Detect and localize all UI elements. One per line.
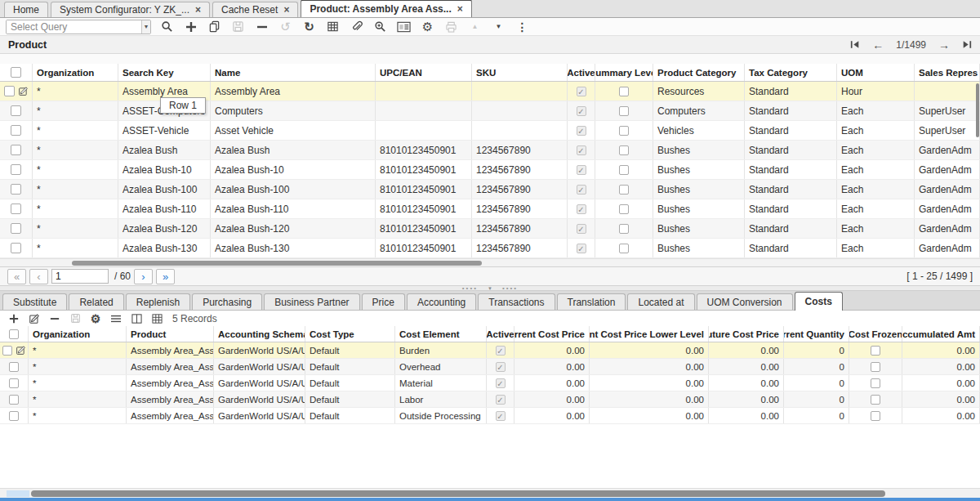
select-all-checkbox[interactable] [9,329,19,339]
row-checkbox[interactable] [4,86,15,96]
product-grid-hscrollbar[interactable] [0,258,980,266]
flag-checkbox[interactable] [871,378,880,388]
active-checkbox[interactable]: ✓ [577,126,586,136]
active-checkbox[interactable]: ✓ [577,185,586,195]
table-row[interactable]: *Azalea Bush-100Azalea Bush-100810101234… [0,180,980,199]
flag-checkbox[interactable] [619,185,629,195]
table-row[interactable]: *Azalea Bush-120Azalea Bush-120810101234… [0,219,980,239]
active-checkbox[interactable]: ✓ [496,395,506,405]
print-icon[interactable] [443,19,459,34]
window-tab[interactable]: Home [4,2,48,17]
flag-checkbox[interactable] [619,244,629,253]
active-checkbox[interactable]: ✓ [577,145,586,155]
flag-checkbox[interactable] [619,204,629,214]
column-header[interactable]: Sales Repres [915,64,980,81]
next-page-button[interactable]: › [134,269,153,284]
window-tab[interactable]: Cache Reset× [212,2,298,17]
table-row[interactable]: *Azalea Bush-130Azalea Bush-130810101234… [0,239,980,258]
column-header[interactable]: Search Key [118,64,211,81]
edit-row-icon[interactable] [18,86,29,96]
previous-page-button[interactable]: ‹ [29,269,48,284]
detail-tab[interactable]: Purchasing [192,293,262,310]
active-checkbox[interactable]: ✓ [577,106,586,116]
table-row[interactable]: *ASSET-VehicleAsset Vehicle✓VehiclesStan… [0,121,980,141]
detail-tab[interactable]: UOM Conversion [697,293,793,310]
row-checkbox[interactable] [11,125,21,136]
table-row[interactable]: *Azalea Bush-110Azalea Bush-110810101234… [0,199,980,219]
page-input[interactable] [51,269,109,284]
collapse-icon[interactable]: ▲ [467,19,483,34]
detail-tab[interactable]: Replenish [126,293,190,310]
table-row[interactable]: *Assembly Area_Asse...GardenWorld US/A/U… [0,408,980,424]
delete-icon[interactable] [254,19,270,34]
flag-checkbox[interactable] [871,346,880,356]
detail-edit-icon[interactable] [28,312,41,325]
column-header[interactable]: Current Quantity [784,326,849,342]
active-checkbox[interactable]: ✓ [496,362,506,372]
flag-checkbox[interactable] [619,145,629,155]
close-icon[interactable]: × [457,4,463,14]
column-header[interactable]: Future Cost Price [709,326,784,342]
column-header[interactable]: Accumulated Amt [902,326,980,342]
more-icon[interactable]: ⋮ [514,19,530,34]
detail-tab[interactable]: Accounting [407,293,476,310]
detail-split-view-icon[interactable] [130,312,143,325]
vscroll-thumb[interactable] [976,83,979,137]
table-row[interactable]: *Azalea BushAzalea Bush81010123450901123… [0,141,980,160]
column-header[interactable]: Active [568,64,595,81]
column-header[interactable]: Current Cost Price [514,326,590,342]
detail-tab[interactable]: Business Partner [264,293,359,310]
expand-icon[interactable]: ▼ [491,19,506,34]
table-row[interactable]: *Assembly Area_Asse...GardenWorld US/A/U… [0,391,980,408]
row-checkbox[interactable] [11,164,21,175]
table-row[interactable]: *Azalea Bush-10Azalea Bush-1081010123450… [0,160,980,180]
detail-tab[interactable]: Costs [795,292,843,311]
copy-icon[interactable] [207,19,222,34]
attachment-icon[interactable] [349,19,364,34]
select-query-input[interactable] [7,20,141,34]
flag-checkbox[interactable] [871,362,880,372]
row-checkbox[interactable] [9,378,19,388]
report-icon[interactable] [396,19,412,34]
row-checkbox[interactable] [11,105,21,116]
active-checkbox[interactable]: ✓ [496,346,506,356]
close-icon[interactable]: × [195,5,201,15]
column-header[interactable]: Name [211,64,376,81]
first-record-icon[interactable] [850,40,860,49]
flag-checkbox[interactable] [619,165,629,175]
row-checkbox[interactable] [9,411,19,421]
last-record-icon[interactable] [962,40,972,49]
active-checkbox[interactable]: ✓ [577,165,586,175]
refresh-icon[interactable]: ↻ [301,19,317,34]
row-checkbox[interactable] [11,223,21,234]
detail-tab[interactable]: Price [362,293,405,310]
active-checkbox[interactable]: ✓ [577,224,586,234]
column-header[interactable]: Product Category [653,64,745,81]
detail-tab[interactable]: Substitute [2,293,67,310]
bottom-hscroll-thumb[interactable] [31,490,885,497]
flag-checkbox[interactable] [871,395,880,405]
select-query-combobox[interactable]: ▼ [6,20,151,34]
hscroll-thumb[interactable] [72,261,482,266]
flag-checkbox[interactable] [619,224,629,234]
combobox-dropdown-button[interactable]: ▼ [141,20,150,34]
active-checkbox[interactable]: ✓ [577,87,586,96]
previous-record-icon[interactable]: ← [872,39,884,51]
column-header[interactable]: Product [127,326,214,342]
row-checkbox[interactable] [9,362,19,372]
column-header[interactable]: UOM [837,64,915,81]
column-header[interactable]: Cost Type [305,326,395,342]
active-checkbox[interactable]: ✓ [496,411,506,421]
column-header[interactable]: Cost Frozen [849,326,902,342]
column-header[interactable]: Organization [33,64,118,81]
table-row[interactable]: *Assembly Area_Asse...GardenWorld US/A/U… [0,359,980,375]
flag-checkbox[interactable] [619,106,629,116]
edit-row-icon[interactable] [16,345,26,356]
column-header[interactable]: Summary Level [595,64,653,81]
table-row[interactable]: *ASSET-ComputersComputers✓ComputersStand… [0,101,980,121]
first-page-button[interactable]: « [7,269,26,284]
row-checkbox[interactable] [11,204,21,214]
next-record-icon[interactable]: → [938,39,950,51]
flag-checkbox[interactable] [619,126,629,136]
detail-tab[interactable]: Translation [557,293,626,310]
